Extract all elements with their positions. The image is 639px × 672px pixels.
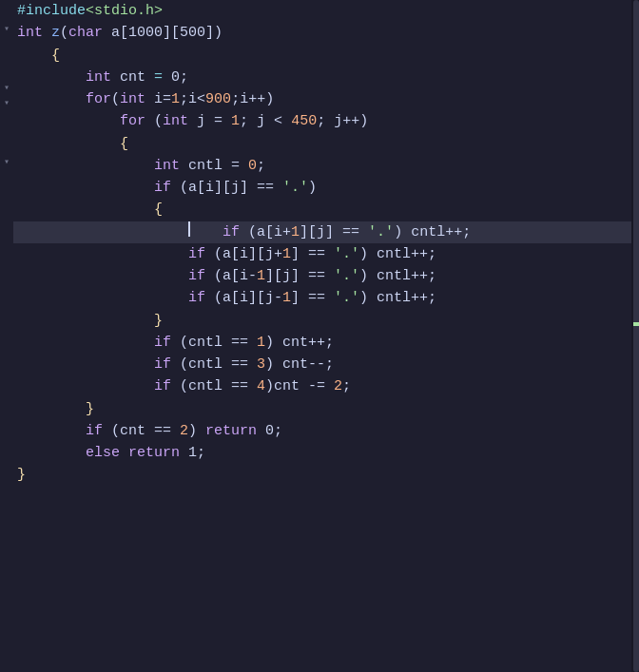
token-kw-control: if	[154, 354, 171, 375]
token-kw-control: return	[205, 420, 257, 442]
token-var: (cntl ==	[171, 354, 257, 375]
token-number: 2	[180, 420, 188, 442]
token-kw-type: int	[154, 155, 180, 177]
token-kw-control: for	[86, 88, 111, 110]
token-var: ;i++)	[231, 88, 274, 110]
token-number: 3	[257, 354, 265, 375]
code-line: int cntl = 0;	[13, 155, 631, 177]
gutter-row[interactable]: ▾	[0, 155, 13, 170]
token-var: 0;	[257, 420, 282, 442]
token-var: ] ==	[291, 287, 334, 309]
code-line: else return 1;	[13, 442, 631, 464]
token-number: 1	[257, 332, 265, 354]
token-var: (a[i][j-	[205, 287, 282, 309]
gutter-row	[0, 324, 13, 346]
code-line: if (a[i-1][j] == '.') cntl++;	[13, 265, 631, 287]
token-var: (a[i][j] ==	[171, 177, 282, 199]
gutter-row	[0, 258, 13, 279]
code-line: {	[13, 133, 631, 155]
token-bracket: {	[17, 199, 163, 221]
gutter-row	[0, 413, 13, 434]
token-string: '.'	[334, 265, 359, 287]
token-var: a[1000][500]	[103, 22, 214, 44]
code-line: int z(char a[1000][500])	[13, 22, 631, 44]
token-var: ) cnt--;	[265, 354, 334, 375]
token-var	[188, 221, 223, 243]
token-kw-control: if	[154, 177, 171, 199]
token-var: (a[i][j+	[205, 243, 282, 265]
code-line: if (cnt == 2) return 0;	[13, 420, 631, 442]
gutter-row	[0, 434, 13, 456]
gutter-row[interactable]: ▾	[0, 22, 13, 37]
token-kw-control: if	[154, 332, 171, 354]
token-var: ; j <	[240, 110, 291, 132]
token-string: '.'	[334, 243, 359, 265]
token-var: ] ==	[291, 243, 334, 265]
token-number: 1	[231, 110, 240, 132]
token-var: ) cntl++;	[359, 243, 436, 265]
token-var	[17, 177, 154, 199]
token-var	[17, 155, 154, 177]
token-var	[17, 420, 86, 442]
token-number: 0	[248, 155, 257, 177]
token-var	[120, 442, 128, 464]
token-kw-control: if	[154, 375, 171, 397]
token-var: (a[i+	[240, 221, 291, 243]
token-number: 450	[291, 110, 317, 132]
gutter-row	[0, 302, 13, 324]
code-line: if (a[i][j+1] == '.') cntl++;	[13, 243, 631, 265]
token-header: <stdio.h>	[86, 0, 163, 22]
token-bracket: }	[17, 398, 94, 420]
token-var	[17, 243, 188, 265]
token-number: 4	[257, 375, 265, 397]
token-paren: )	[214, 22, 223, 44]
token-paren: (	[60, 22, 68, 44]
code-editor[interactable]: ▾▾▾▾ #include<stdio.h>int z(char a[1000]…	[0, 0, 639, 672]
scrollbar-thumb[interactable]	[633, 0, 639, 672]
code-line: int cnt = 0;	[13, 67, 631, 88]
token-kw-control: if	[188, 287, 205, 309]
gutter-row	[0, 346, 13, 368]
gutter-row	[0, 214, 13, 236]
token-operator: =	[154, 67, 163, 88]
gutter-row[interactable]: ▾	[0, 81, 13, 96]
token-kw-control: if	[188, 243, 205, 265]
token-paren: (	[111, 88, 120, 110]
code-line: }	[13, 464, 631, 486]
gutter-row[interactable]: ▾	[0, 96, 13, 111]
token-var: ][j] ==	[300, 221, 368, 243]
token-paren: )	[308, 177, 317, 199]
code-line: for(int i=1;i<900;i++)	[13, 88, 631, 110]
token-var: 1;	[180, 442, 205, 464]
token-bracket: }	[17, 310, 163, 332]
token-kw-control: else	[86, 442, 120, 464]
gutter-row	[0, 133, 13, 155]
token-var: ;	[257, 155, 265, 177]
token-kw-control: for	[120, 110, 145, 132]
gutter-row	[0, 192, 13, 214]
editor-scrollbar[interactable]	[631, 0, 639, 672]
token-var: ; j++)	[317, 110, 368, 132]
token-var	[17, 265, 188, 287]
code-line: if (cntl == 3) cnt--;	[13, 354, 631, 375]
token-var	[17, 67, 86, 88]
token-paren: (	[145, 110, 163, 132]
token-var	[17, 354, 154, 375]
token-bracket: {	[17, 133, 128, 155]
token-bracket: {	[17, 45, 60, 67]
token-var	[17, 332, 154, 354]
code-line: }	[13, 310, 631, 332]
token-kw-control: if	[223, 221, 240, 243]
token-preprocessor: #include	[17, 0, 86, 22]
gutter-row	[0, 0, 13, 22]
editor-gutter: ▾▾▾▾	[0, 0, 13, 672]
token-var	[17, 110, 120, 132]
token-bracket: }	[17, 464, 26, 486]
code-line: if (cntl == 1) cnt++;	[13, 332, 631, 354]
token-var: (a[i-	[205, 265, 257, 287]
token-var: ][j] ==	[265, 265, 334, 287]
token-var	[17, 88, 86, 110]
token-var	[17, 375, 154, 397]
token-number: 900	[205, 88, 231, 110]
token-kw-control: if	[86, 420, 103, 442]
